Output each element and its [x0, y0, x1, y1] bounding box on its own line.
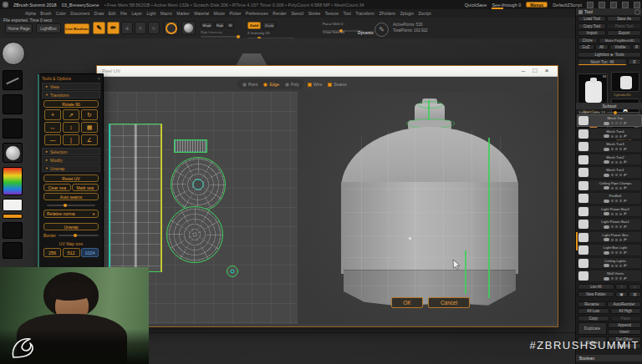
cancel-button[interactable]: Cancel [428, 297, 470, 308]
brush-icon[interactable] [624, 160, 628, 164]
stroke-thumbnail[interactable] [3, 70, 23, 90]
goz-r-button[interactable]: R [632, 44, 641, 50]
subtool-toggle-icon[interactable] [615, 277, 618, 280]
map-size-button[interactable]: 1024 [81, 248, 99, 257]
list-all-button[interactable]: List All [578, 284, 614, 290]
close-button[interactable]: × [541, 68, 553, 74]
insert-button[interactable]: Insert [608, 329, 641, 335]
eye-icon[interactable] [604, 186, 609, 190]
secondary-color-swatch[interactable] [3, 214, 23, 219]
eye-icon[interactable] [604, 122, 609, 125]
menu-item[interactable]: Texture [325, 11, 339, 16]
paste-tool-button[interactable]: Paste Tool [607, 23, 641, 29]
clear-seam-button[interactable]: Clear sea [43, 184, 71, 191]
subtool-row[interactable]: Light Power Box [577, 231, 642, 244]
cylinder3d-thumbnail[interactable] [611, 72, 639, 92]
subtool-toggle-icon[interactable] [615, 135, 618, 138]
tool-r-button[interactable]: R [628, 58, 641, 65]
peel-uv-titlebar[interactable]: Peel UV – □ × [97, 66, 558, 77]
brush-icon[interactable] [624, 264, 628, 267]
subtool-toggle-icon[interactable] [615, 148, 618, 150]
rotate-icon[interactable]: ↻ [81, 109, 98, 120]
slider-knob[interactable] [64, 204, 67, 207]
all-high-button[interactable]: All High [610, 308, 642, 314]
export-button[interactable]: Export [607, 30, 641, 36]
subtool-toggle-icon[interactable] [611, 239, 614, 241]
mode-radio[interactable]: Poly [285, 82, 299, 87]
subtool-row[interactable]: Light Box Light [577, 244, 642, 256]
eye-icon[interactable] [604, 174, 609, 177]
subtool-toggle-icon[interactable] [611, 187, 614, 190]
subtool-toggle-icon[interactable] [619, 200, 622, 202]
panel-divider-marker[interactable] [576, 232, 578, 250]
eye-icon[interactable] [604, 251, 609, 255]
subtool-row[interactable]: Mesh Tun3 [577, 140, 642, 153]
brush-icon[interactable] [624, 238, 628, 241]
zsub-button[interactable]: Zsub [262, 22, 276, 29]
subtool-toggle-icon[interactable] [615, 251, 618, 254]
subtool-toggle-icon[interactable] [619, 148, 622, 150]
section-transform[interactable]: ▼ Transform [42, 91, 100, 99]
subtool-toggle-icon[interactable] [611, 225, 614, 228]
menu-item[interactable]: Movie [214, 11, 225, 16]
zadd-button[interactable]: Zadd [247, 22, 261, 29]
subtool-toggle-icon[interactable] [615, 225, 618, 228]
subtool-toggle-icon[interactable] [615, 200, 618, 202]
eye-icon[interactable] [604, 148, 609, 151]
border-slider[interactable] [59, 235, 99, 236]
brush-picker-button[interactable] [164, 21, 178, 35]
eye-icon[interactable] [604, 134, 609, 138]
titlebar-icon[interactable] [634, 2, 640, 8]
brush-icon[interactable] [624, 277, 628, 281]
seam-angle-slider[interactable] [47, 205, 95, 206]
model-preview-view[interactable] [298, 92, 558, 324]
clone-button[interactable]: Clone [578, 38, 598, 43]
subtool-toggle-icon[interactable] [615, 265, 618, 267]
uv-island-ring[interactable] [171, 157, 226, 212]
uv-island-small-rect[interactable] [174, 139, 207, 153]
scale-button[interactable]: ⇱ [135, 22, 146, 34]
subtool-row[interactable]: Mesh Tun4 [577, 128, 642, 140]
make-polymesh3d-button[interactable]: Make PolyMesh3D [599, 38, 641, 43]
overlay-toggle[interactable]: Wire [308, 82, 322, 87]
home-page-button[interactable]: Home Page [5, 23, 33, 33]
new-folder-button[interactable]: New Folder [578, 291, 614, 297]
subtool-toggle-icon[interactable] [615, 174, 618, 176]
brush-icon[interactable] [624, 200, 628, 203]
material-thumbnail[interactable] [3, 143, 23, 163]
overlay-toggle[interactable]: Seams [328, 82, 347, 87]
subtool-toggle-icon[interactable] [615, 161, 618, 164]
menu-item[interactable]: Transform [355, 11, 374, 16]
menu-item[interactable]: Stencil [291, 11, 303, 16]
lightbox-tools-button[interactable]: Lightbox ► Tools [578, 52, 641, 58]
rotate-90-button[interactable]: Rotate 90 [43, 100, 99, 108]
uv-island-tiny-circle[interactable] [227, 265, 238, 277]
eye-icon[interactable] [604, 160, 609, 164]
menu-item[interactable]: Light [146, 11, 155, 16]
all-low-button[interactable]: All Low [578, 308, 609, 314]
titlebar-icon[interactable] [599, 2, 605, 8]
menu-item[interactable]: Zplugin [400, 11, 414, 16]
move-up-button[interactable]: ↑ [615, 284, 628, 290]
subtool-toggle-icon[interactable] [611, 213, 614, 215]
subtool-toggle-icon[interactable] [619, 251, 622, 254]
duplicate-button[interactable]: Duplicate [578, 322, 607, 335]
slider-knob[interactable] [237, 35, 240, 38]
subtool-toggle-icon[interactable] [619, 239, 622, 241]
subtool-section-header[interactable]: Subtool [576, 103, 642, 109]
sculptris-button[interactable] [181, 21, 196, 35]
move-down-button[interactable]: ↓ [629, 284, 641, 290]
relative-normal-dropdown[interactable]: Relative norma ▼ [43, 210, 99, 218]
menu-item[interactable]: Draw [94, 11, 104, 16]
rgb-intensity-slider[interactable] [201, 36, 241, 38]
mark-seam-button[interactable]: Mark sea [72, 184, 99, 191]
eye-icon[interactable] [604, 277, 609, 281]
texture-thumbnail[interactable] [3, 119, 23, 139]
main-color-swatch[interactable] [3, 199, 23, 211]
stretch-h-icon[interactable]: — [44, 134, 61, 145]
live-boolean-button[interactable]: Live Boolean [64, 23, 89, 34]
move-button[interactable]: ✥ [121, 22, 133, 34]
brush-icon[interactable] [624, 148, 628, 151]
eye-icon[interactable] [604, 212, 609, 215]
subtool-toggle-icon[interactable] [619, 174, 622, 176]
